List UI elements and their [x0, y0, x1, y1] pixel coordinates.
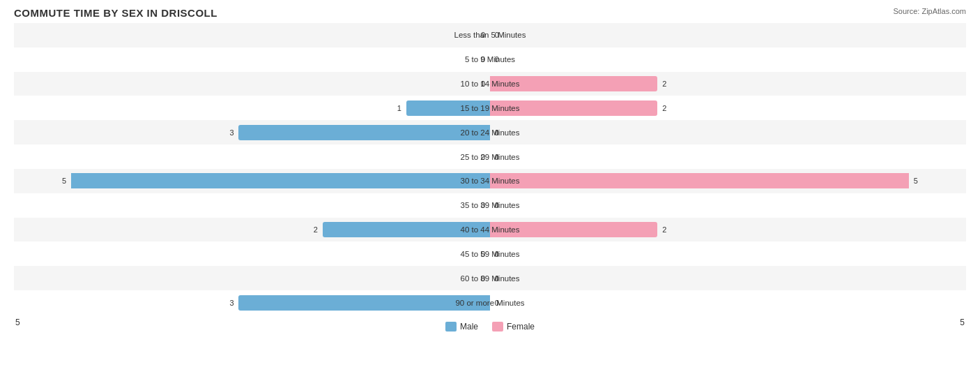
- female-value: 2: [662, 104, 666, 112]
- axis-right-label: 5: [960, 318, 965, 332]
- female-color-box: [492, 322, 503, 332]
- table-row: 60 to 89 Minutes00: [14, 266, 966, 290]
- row-label: 35 to 39 Minutes: [460, 201, 519, 209]
- chart-area: Less than 5 Minutes005 to 9 Minutes0010 …: [14, 23, 966, 315]
- male-value: 1: [397, 104, 401, 112]
- male-color-box: [445, 322, 457, 332]
- table-row: 5 to 9 Minutes00: [14, 47, 966, 72]
- chart-container: COMMUTE TIME BY SEX IN DRISCOLL Source: …: [0, 0, 980, 365]
- female-bar: [490, 173, 909, 188]
- male-value: 5: [62, 177, 66, 185]
- row-label: 90 or more Minutes: [455, 299, 524, 307]
- table-row: 10 to 14 Minutes02: [14, 72, 966, 96]
- axis-left-label: 5: [15, 318, 20, 332]
- male-bar: [71, 173, 490, 188]
- table-row: 90 or more Minutes30: [14, 290, 966, 315]
- row-label: Less than 5 Minutes: [454, 31, 526, 39]
- table-row: 35 to 39 Minutes00: [14, 193, 966, 218]
- legend-female: Female: [492, 322, 535, 332]
- chart-title: COMMUTE TIME BY SEX IN DRISCOLL: [14, 7, 966, 19]
- legend-male-label: Male: [460, 322, 478, 332]
- legend-male: Male: [445, 322, 478, 332]
- table-row: 45 to 59 Minutes00: [14, 241, 966, 266]
- male-value: 3: [229, 128, 233, 137]
- source-label: Source: ZipAtlas.com: [893, 7, 966, 15]
- row-label: 45 to 59 Minutes: [460, 250, 519, 258]
- row-label: 15 to 19 Minutes: [460, 104, 519, 112]
- row-label: 30 to 34 Minutes: [460, 177, 519, 185]
- row-label: 25 to 29 Minutes: [460, 153, 519, 161]
- table-row: 30 to 34 Minutes55: [14, 169, 966, 193]
- female-value: 5: [914, 177, 918, 185]
- row-label: 20 to 24 Minutes: [460, 128, 519, 137]
- table-row: 15 to 19 Minutes12: [14, 96, 966, 120]
- male-value: 3: [229, 299, 233, 307]
- axis-bottom: 5 Male Female 5: [14, 318, 966, 332]
- table-row: 20 to 24 Minutes30: [14, 120, 966, 144]
- row-label: 5 to 9 Minutes: [465, 55, 515, 64]
- row-label: 10 to 14 Minutes: [460, 80, 519, 88]
- female-value: 2: [662, 225, 666, 234]
- row-label: 40 to 44 Minutes: [460, 225, 519, 234]
- male-value: 2: [314, 225, 318, 234]
- table-row: Less than 5 Minutes00: [14, 23, 966, 47]
- legend: Male Female: [445, 322, 535, 332]
- male-bar: [238, 125, 490, 140]
- row-label: 60 to 89 Minutes: [460, 274, 519, 283]
- legend-female-label: Female: [507, 322, 535, 332]
- male-bar: [238, 295, 490, 311]
- table-row: 40 to 44 Minutes22: [14, 218, 966, 242]
- table-row: 25 to 29 Minutes00: [14, 144, 966, 169]
- female-value: 2: [662, 80, 666, 88]
